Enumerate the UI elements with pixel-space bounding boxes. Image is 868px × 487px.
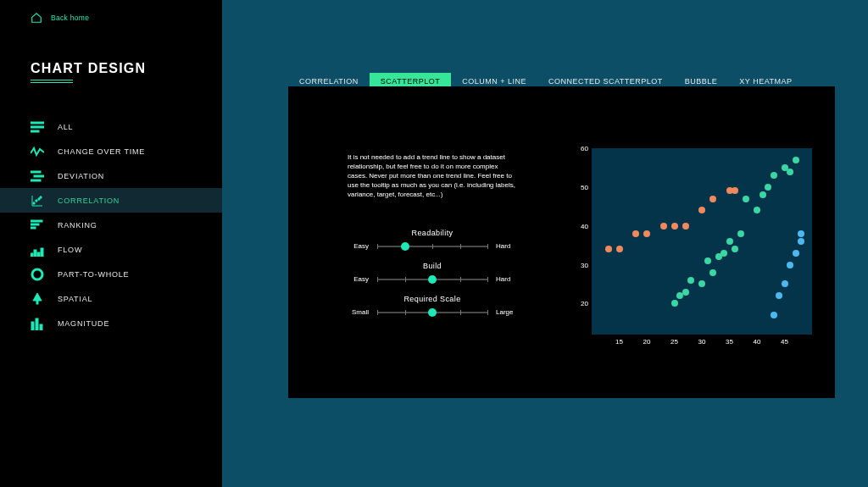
svg-rect-0 — [31, 122, 44, 124]
scatter-icon — [31, 194, 46, 208]
pulse-icon — [31, 145, 46, 158]
data-point — [682, 289, 689, 296]
attribute-max-label: Hard — [496, 275, 520, 283]
data-point — [754, 207, 760, 213]
data-point — [687, 277, 694, 284]
sidebar-item-label: CORRELATION — [58, 196, 120, 205]
data-point — [704, 257, 711, 264]
svg-point-9 — [40, 196, 42, 197]
svg-point-17 — [32, 269, 42, 279]
description-text: It is not needed to add a trend line to … — [348, 152, 517, 199]
attribute-max-label: Large — [496, 308, 520, 316]
x-tick: 15 — [611, 338, 628, 346]
nav-list: ALLCHANGE OVER TIMEDEVIATIONCORRELATIONR… — [0, 114, 222, 335]
attribute-min-label: Easy — [345, 275, 369, 283]
svg-marker-18 — [33, 293, 42, 301]
data-point — [771, 172, 777, 179]
data-point — [782, 280, 788, 287]
attribute-label: Required Scale — [331, 295, 534, 303]
x-tick: 45 — [776, 338, 793, 346]
data-point — [671, 300, 678, 307]
slider-track[interactable] — [377, 312, 487, 313]
svg-rect-12 — [31, 227, 36, 229]
svg-rect-3 — [31, 171, 41, 173]
scatter-chart: 203040506015202530354045 — [575, 148, 812, 351]
x-tick: 20 — [638, 338, 655, 346]
attributes-block: ReadabilityEasyHardBuildEasyHardRequired… — [331, 229, 534, 328]
sidebar-item-ranking[interactable]: RANKING — [0, 213, 222, 237]
sidebar-item-label: MAGNITUDE — [58, 319, 109, 328]
magnitude-bars-icon — [31, 317, 46, 330]
svg-rect-15 — [37, 252, 40, 257]
sidebar-item-deviation[interactable]: DEVIATION — [0, 163, 222, 188]
data-point — [709, 269, 716, 276]
tree-icon — [31, 292, 46, 306]
x-tick: 40 — [748, 338, 765, 346]
step-icon — [31, 169, 46, 183]
svg-rect-16 — [41, 248, 43, 257]
svg-rect-1 — [31, 126, 44, 128]
svg-point-7 — [36, 199, 37, 201]
x-tick: 30 — [693, 338, 710, 346]
data-point — [793, 157, 799, 163]
data-point — [776, 292, 782, 299]
data-point — [721, 250, 727, 257]
sidebar-item-magnitude[interactable]: MAGNITUDE — [0, 311, 222, 335]
data-point — [760, 191, 766, 198]
sidebar-item-spatial[interactable]: SPATIAL — [0, 286, 222, 311]
sidebar-item-change-over-time[interactable]: CHANGE OVER TIME — [0, 139, 222, 163]
svg-rect-4 — [34, 175, 44, 177]
slider-handle[interactable] — [428, 275, 437, 284]
data-point — [743, 196, 749, 202]
data-point — [660, 223, 667, 230]
data-point — [632, 230, 639, 237]
back-home-link[interactable]: Back home — [31, 12, 89, 24]
y-tick: 30 — [575, 261, 588, 268]
slider-track[interactable] — [377, 279, 487, 280]
data-point — [787, 169, 793, 175]
data-point — [726, 238, 733, 245]
sidebar-item-label: CHANGE OVER TIME — [58, 147, 145, 156]
data-point — [787, 262, 793, 268]
slider-handle[interactable] — [428, 308, 437, 317]
sidebar-item-flow[interactable]: FLOW — [0, 237, 222, 262]
svg-rect-10 — [31, 220, 42, 222]
flow-icon — [31, 243, 46, 257]
home-icon — [31, 12, 42, 24]
attribute-max-label: Hard — [496, 242, 520, 250]
x-tick: 25 — [666, 338, 683, 346]
sidebar-item-all[interactable]: ALL — [0, 114, 222, 139]
svg-rect-2 — [31, 130, 39, 132]
svg-rect-14 — [34, 250, 36, 257]
svg-rect-19 — [36, 301, 38, 304]
data-point — [732, 246, 738, 252]
y-tick: 20 — [575, 300, 588, 307]
data-point — [643, 230, 650, 237]
content-panel: It is not needed to add a trend line to … — [288, 86, 835, 398]
sidebar-item-correlation[interactable]: CORRELATION — [0, 188, 222, 213]
attribute-min-label: Easy — [345, 242, 369, 250]
svg-rect-22 — [40, 324, 42, 330]
sidebar-item-label: ALL — [58, 123, 73, 131]
svg-rect-5 — [31, 180, 41, 181]
data-point — [765, 184, 771, 191]
sidebar-item-label: PART-TO-WHOLE — [58, 270, 129, 279]
y-tick: 60 — [575, 145, 588, 152]
data-point — [616, 246, 623, 252]
data-point — [671, 223, 678, 230]
slider-handle[interactable] — [401, 242, 409, 251]
data-point — [737, 230, 744, 237]
data-point — [605, 246, 612, 252]
slider-track[interactable] — [377, 246, 487, 247]
data-point — [698, 207, 705, 213]
data-point — [798, 238, 804, 245]
sidebar-item-label: SPATIAL — [58, 295, 92, 303]
svg-rect-21 — [36, 318, 38, 330]
sidebar-item-part-to-whole[interactable]: PART-TO-WHOLE — [0, 262, 222, 286]
sidebar-item-label: DEVIATION — [58, 172, 104, 180]
attribute-build: BuildEasyHard — [331, 262, 534, 283]
attribute-min-label: Small — [345, 308, 369, 316]
svg-rect-20 — [31, 322, 34, 330]
data-point — [682, 223, 689, 230]
data-point — [798, 230, 804, 237]
